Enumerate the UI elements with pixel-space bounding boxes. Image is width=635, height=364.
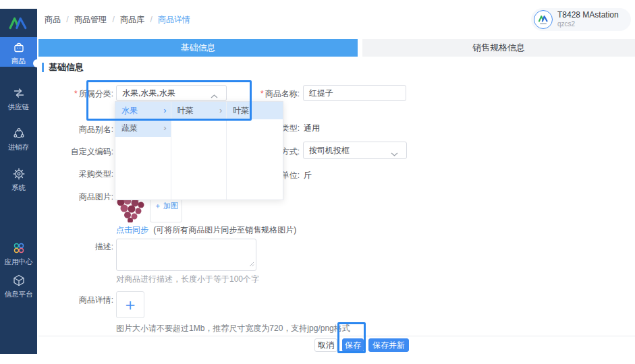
app-logo — [9, 16, 28, 32]
resize-grip[interactable] — [249, 260, 254, 269]
description-help: 对商品进行描述，长度小于等于100个字 — [116, 274, 259, 285]
sidebar-item-label: 供应链 — [1, 102, 36, 111]
sidebar-item-label: 系统 — [1, 183, 36, 192]
footer-divider — [38, 336, 635, 336]
product-type-value: 通用 — [304, 123, 320, 134]
user-id: qzcs2 — [557, 20, 619, 28]
save-and-new-button[interactable]: 保存并新建 — [368, 338, 409, 352]
purchase-unit-value: 斤 — [304, 170, 312, 181]
description-label: 描述: — [27, 241, 113, 253]
section-header: 基础信息 — [42, 61, 84, 73]
alias-label: 商品别名: — [27, 124, 113, 135]
sidebar-item-label: 进销存 — [1, 142, 36, 152]
product-name-value: 红提子 — [309, 88, 333, 99]
bag-icon — [12, 47, 26, 55]
section-title: 基础信息 — [49, 61, 84, 73]
breadcrumb-separator: / — [66, 15, 68, 24]
breadcrumb-separator: / — [112, 15, 114, 24]
annotation-box-category — [86, 80, 252, 121]
plus-icon: ＋ — [122, 294, 138, 315]
add-detail-image-button[interactable]: ＋ — [116, 291, 144, 318]
sidebar-item-label: 信息平台 — [1, 289, 36, 299]
breadcrumb-item[interactable]: 商品 — [45, 15, 61, 24]
sidebar-item-products[interactable]: 商品 — [0, 37, 37, 67]
annotation-box-save — [337, 322, 366, 353]
user-name: T8428 MAstation — [557, 11, 619, 20]
detail-help: 图片大小请不要超过1Mb，推荐尺寸宽度为720，支持jpg/png格式 — [116, 323, 350, 334]
user-menu[interactable]: T8428 MAstation qzcs2 — [531, 8, 631, 31]
cancel-button[interactable]: 取消 — [314, 338, 337, 352]
sidebar-item-label: 应用中心 — [1, 257, 36, 266]
chevron-down-icon — [391, 149, 398, 158]
sorting-method-select[interactable]: 按司机投框 — [303, 142, 407, 159]
sidebar-item-system[interactable]: 系统 — [0, 164, 37, 193]
sync-line: 点击同步 (可将所有商品图片同步至销售规格图片) — [116, 224, 296, 236]
breadcrumb-separator: / — [150, 15, 152, 24]
sync-link[interactable]: 点击同步 — [116, 225, 148, 235]
sorting-method-value: 按司机投框 — [309, 145, 350, 156]
cascader-option-vegetable[interactable]: 蔬菜 › — [115, 119, 171, 137]
sidebar-item-info-platform[interactable]: 信息平台 — [0, 270, 37, 299]
description-textarea[interactable] — [116, 239, 256, 271]
sidebar: 商品 供应链 进销存 — [0, 9, 37, 354]
product-image-label: 商品图片: — [27, 191, 113, 203]
custom-code-label: 自定义编码: — [27, 146, 113, 158]
sidebar-item-inventory[interactable]: 进销存 — [0, 123, 37, 152]
inventory-icon — [12, 133, 26, 142]
app-center-icon — [12, 248, 26, 256]
gear-icon — [12, 174, 26, 182]
section-accent-bar — [42, 63, 44, 72]
detail-label: 商品详情: — [27, 295, 113, 306]
breadcrumb-item[interactable]: 商品管理 — [74, 15, 107, 24]
breadcrumb-current: 商品详情 — [158, 15, 190, 24]
sync-note: (可将所有商品图片同步至销售规格图片) — [153, 225, 296, 235]
cube-icon — [12, 280, 26, 289]
tab-sales-spec-info[interactable]: 销售规格信息 — [362, 39, 635, 57]
avatar — [534, 10, 553, 29]
sidebar-item-supply-chain[interactable]: 供应链 — [0, 83, 37, 112]
supply-chain-icon — [12, 93, 26, 101]
tab-basic-info[interactable]: 基础信息 — [38, 39, 358, 57]
chevron-right-icon: › — [163, 119, 166, 137]
active-item-notch — [33, 59, 41, 67]
purchase-type-label: 采购类型: — [27, 169, 113, 180]
topbar: 商品 / 商品管理 / 商品库 / 商品详情 T8428 MAstation q… — [37, 0, 635, 39]
breadcrumb: 商品 / 商品管理 / 商品库 / 商品详情 — [45, 14, 190, 26]
breadcrumb-item[interactable]: 商品库 — [120, 15, 144, 24]
sidebar-item-app-center[interactable]: 应用中心 — [0, 238, 37, 267]
sidebar-item-label: 商品 — [1, 56, 36, 65]
product-name-input[interactable]: 红提子 — [303, 85, 406, 101]
